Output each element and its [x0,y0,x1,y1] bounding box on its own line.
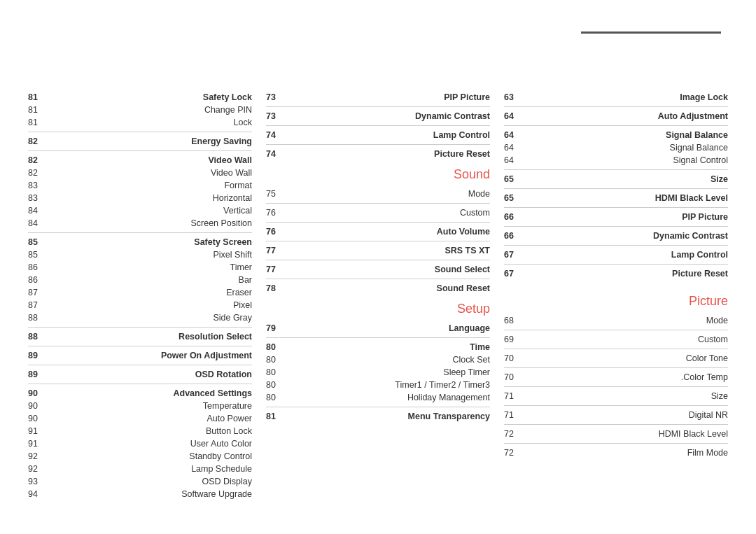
list-item: 88Resolution Select [28,330,252,343]
divider [28,346,252,346]
item-label: Button Lock [48,426,252,436]
item-num: 74 [266,149,286,159]
item-num: 85 [28,237,48,247]
divider [266,241,490,241]
list-item: 80Clock Set [266,353,490,366]
column-left: 81Safety Lock81Change PIN81Lock82Energy … [28,91,259,500]
list-item: 72Film Mode [504,447,728,459]
item-num: 64 [504,130,524,140]
item-label: Digital NR [524,410,728,420]
item-num: 73 [266,111,286,121]
item-label: Auto Power [48,414,252,423]
item-label: Eraser [48,288,252,297]
item-num: 85 [28,250,48,260]
divider [266,203,490,204]
item-label: Horizontal [48,193,252,203]
item-num: 92 [28,451,48,461]
item-num: 94 [28,489,48,499]
list-item: 87Eraser [28,286,252,299]
item-num: 73 [266,92,286,102]
item-num: 84 [28,206,48,216]
item-label: Dynamic Contrast [524,231,728,241]
list-item: 82Video Wall [28,167,252,179]
divider [504,207,728,208]
list-item: 74Picture Reset [266,148,490,160]
item-num: 83 [28,193,48,203]
divider [266,407,490,407]
item-num: 65 [504,174,524,184]
item-label: Safety Lock [48,92,252,102]
item-label: Lock [48,118,252,127]
list-item: 70Color Tone [504,352,728,365]
item-num: 83 [28,181,48,190]
list-item: 77SRS TS XT [266,244,490,257]
item-num: 82 [28,168,48,178]
item-label: .Color Temp [524,372,728,382]
list-item: 81Safety Lock [28,91,252,104]
item-num: 63 [504,92,524,102]
item-num: 66 [504,212,524,222]
list-item: 71Digital NR [504,409,728,421]
item-num: 68 [504,316,524,325]
list-item: 82Energy Saving [28,135,252,148]
list-item: 85Pixel Shift [28,248,252,261]
item-label: Lamp Control [524,250,728,260]
list-item: 66PIP Picture [504,211,728,223]
list-item: 64Signal Balance [504,141,728,154]
item-num: 67 [504,250,524,260]
item-num: 67 [504,269,524,279]
toc-columns: 81Safety Lock81Change PIN81Lock82Energy … [28,91,728,500]
item-label: Video Wall [48,155,252,165]
list-item: 85Safety Screen [28,236,252,248]
item-label: Bar [48,275,252,285]
item-num: 92 [28,464,48,474]
item-label: Clock Set [286,355,490,365]
item-num: 89 [28,370,48,379]
list-item: 87Pixel [28,299,252,311]
item-num: 64 [504,111,524,121]
divider [28,384,252,384]
item-num: 89 [28,351,48,360]
page: 81Safety Lock81Change PIN81Lock82Energy … [0,0,756,534]
item-num: 70 [504,372,524,382]
list-item: 70.Color Temp [504,371,728,384]
list-item: 81Change PIN [28,104,252,116]
item-label: Time [286,342,490,352]
divider [266,279,490,279]
item-label: HDMI Black Level [524,429,728,439]
item-num: 80 [266,342,286,352]
list-item: 90Advanced Settings [28,387,252,400]
item-num: 81 [28,92,48,102]
item-label: PIP Picture [286,92,490,102]
item-label: Timer1 / Timer2 / Timer3 [286,380,490,390]
item-label: Video Wall [48,168,252,178]
item-label: User Auto Color [48,439,252,449]
divider [504,443,728,444]
item-num: 71 [504,410,524,420]
list-item: 66Dynamic Contrast [504,230,728,242]
list-item: 71Size [504,390,728,402]
list-item: 91User Auto Color [28,437,252,450]
item-num: 81 [28,105,48,115]
item-label: Signal Balance [524,143,728,153]
list-item: 93OSD Display [28,475,252,488]
item-label: Auto Adjustment [524,111,728,121]
item-label: Timer [48,262,252,272]
list-item: 92Standby Control [28,450,252,463]
item-label: Film Mode [524,448,728,458]
item-label: Lamp Control [286,130,490,140]
item-label: PIP Picture [524,212,728,222]
item-num: 90 [28,414,48,423]
divider [266,144,490,145]
list-item: 67Picture Reset [504,267,728,280]
item-num: 71 [504,391,524,401]
section-heading: Picture [504,294,728,309]
list-item: 90Temperature [28,400,252,412]
list-item: 80Timer1 / Timer2 / Timer3 [266,379,490,391]
item-num: 72 [504,429,524,439]
item-label: Image Lock [524,92,728,102]
divider [28,132,252,132]
list-item: 74Lamp Control [266,129,490,141]
divider [504,386,728,387]
divider [504,367,728,368]
